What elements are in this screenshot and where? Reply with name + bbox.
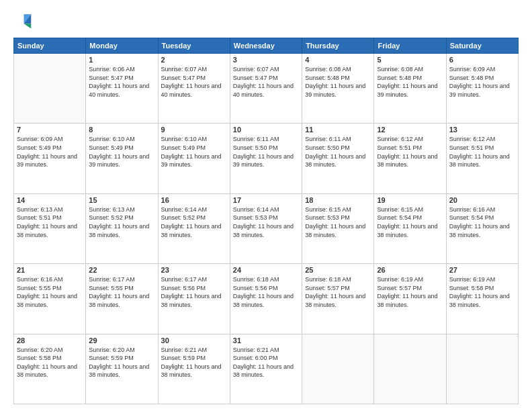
- day-info: Sunrise: 6:10 AM Sunset: 5:49 PM Dayligh…: [89, 135, 154, 169]
- sunset-label: Sunset: 5:48 PM: [449, 75, 494, 81]
- sunrise-label: Sunrise: 6:20 AM: [17, 347, 63, 353]
- daylight-label: Daylight: 11 hours and 38 minutes.: [233, 223, 294, 238]
- day-number: 6: [449, 56, 515, 64]
- weekday-header-thursday: Thursday: [302, 38, 374, 54]
- daylight-label: Daylight: 11 hours and 38 minutes.: [89, 363, 149, 379]
- sunrise-label: Sunrise: 6:11 AM: [233, 136, 279, 142]
- sunset-label: Sunset: 5:53 PM: [305, 214, 350, 221]
- day-number: 28: [17, 336, 83, 345]
- calendar-table: SundayMondayTuesdayWednesdayThursdayFrid…: [13, 38, 519, 404]
- day-info: Sunrise: 6:16 AM Sunset: 5:55 PM Dayligh…: [17, 275, 83, 309]
- day-cell: 9 Sunrise: 6:10 AM Sunset: 5:49 PM Dayli…: [158, 124, 230, 193]
- day-cell: 27 Sunrise: 6:19 AM Sunset: 5:58 PM Dayl…: [446, 264, 518, 334]
- sunrise-label: Sunrise: 6:20 AM: [89, 347, 135, 353]
- weekday-header-row: SundayMondayTuesdayWednesdayThursdayFrid…: [14, 38, 519, 54]
- sunrise-label: Sunrise: 6:11 AM: [305, 136, 351, 142]
- day-cell: 26 Sunrise: 6:19 AM Sunset: 5:57 PM Dayl…: [374, 264, 446, 334]
- sunrise-label: Sunrise: 6:13 AM: [17, 206, 63, 213]
- sunset-label: Sunset: 5:51 PM: [449, 144, 494, 151]
- sunset-label: Sunset: 5:52 PM: [161, 214, 206, 221]
- day-number: 3: [233, 56, 299, 64]
- day-info: Sunrise: 6:11 AM Sunset: 5:50 PM Dayligh…: [233, 135, 299, 169]
- day-number: 24: [233, 266, 299, 274]
- day-cell: [446, 334, 518, 404]
- day-info: Sunrise: 6:15 AM Sunset: 5:53 PM Dayligh…: [305, 205, 371, 239]
- day-cell: 19 Sunrise: 6:15 AM Sunset: 5:54 PM Dayl…: [374, 193, 446, 263]
- daylight-label: Daylight: 11 hours and 39 minutes.: [305, 83, 365, 98]
- day-cell: 14 Sunrise: 6:13 AM Sunset: 5:51 PM Dayl…: [14, 193, 86, 263]
- day-info: Sunrise: 6:17 AM Sunset: 5:56 PM Dayligh…: [161, 275, 227, 309]
- weekday-header-wednesday: Wednesday: [230, 38, 302, 54]
- day-info: Sunrise: 6:21 AM Sunset: 5:59 PM Dayligh…: [161, 346, 227, 379]
- day-cell: 25 Sunrise: 6:18 AM Sunset: 5:57 PM Dayl…: [302, 264, 374, 334]
- weekday-header-monday: Monday: [86, 38, 158, 54]
- day-info: Sunrise: 6:09 AM Sunset: 5:48 PM Dayligh…: [449, 65, 515, 99]
- daylight-label: Daylight: 11 hours and 38 minutes.: [305, 293, 365, 308]
- sunset-label: Sunset: 5:58 PM: [17, 355, 62, 361]
- sunset-label: Sunset: 5:48 PM: [305, 75, 350, 81]
- day-number: 2: [161, 56, 227, 64]
- daylight-label: Daylight: 11 hours and 39 minutes.: [161, 153, 222, 169]
- sunset-label: Sunset: 5:48 PM: [377, 75, 422, 81]
- sunset-label: Sunset: 5:54 PM: [449, 214, 494, 221]
- sunrise-label: Sunrise: 6:18 AM: [233, 276, 279, 283]
- day-cell: [374, 334, 446, 404]
- daylight-label: Daylight: 11 hours and 39 minutes.: [233, 153, 294, 169]
- day-number: 9: [161, 126, 227, 134]
- day-cell: 3 Sunrise: 6:07 AM Sunset: 5:47 PM Dayli…: [230, 54, 302, 124]
- week-row-3: 14 Sunrise: 6:13 AM Sunset: 5:51 PM Dayl…: [14, 193, 519, 263]
- sunrise-label: Sunrise: 6:06 AM: [89, 66, 135, 73]
- logo: [13, 12, 35, 31]
- sunset-label: Sunset: 5:59 PM: [89, 355, 134, 361]
- sunrise-label: Sunrise: 6:14 AM: [233, 206, 279, 213]
- week-row-4: 21 Sunrise: 6:16 AM Sunset: 5:55 PM Dayl…: [14, 264, 519, 334]
- day-info: Sunrise: 6:16 AM Sunset: 5:54 PM Dayligh…: [449, 205, 515, 239]
- sunset-label: Sunset: 5:50 PM: [305, 144, 350, 151]
- day-info: Sunrise: 6:18 AM Sunset: 5:56 PM Dayligh…: [233, 275, 299, 309]
- day-number: 15: [89, 196, 154, 204]
- sunrise-label: Sunrise: 6:15 AM: [377, 206, 423, 213]
- day-cell: 21 Sunrise: 6:16 AM Sunset: 5:55 PM Dayl…: [14, 264, 86, 334]
- sunrise-label: Sunrise: 6:07 AM: [161, 66, 208, 73]
- day-info: Sunrise: 6:15 AM Sunset: 5:54 PM Dayligh…: [377, 205, 443, 239]
- sunset-label: Sunset: 5:55 PM: [17, 285, 62, 291]
- day-number: 8: [89, 126, 154, 134]
- day-cell: 11 Sunrise: 6:11 AM Sunset: 5:50 PM Dayl…: [302, 124, 374, 193]
- day-info: Sunrise: 6:14 AM Sunset: 5:52 PM Dayligh…: [161, 205, 227, 239]
- day-info: Sunrise: 6:09 AM Sunset: 5:49 PM Dayligh…: [17, 135, 83, 169]
- day-cell: 29 Sunrise: 6:20 AM Sunset: 5:59 PM Dayl…: [86, 334, 158, 404]
- day-cell: 1 Sunrise: 6:06 AM Sunset: 5:47 PM Dayli…: [86, 54, 158, 124]
- day-number: 23: [161, 266, 227, 274]
- day-info: Sunrise: 6:12 AM Sunset: 5:51 PM Dayligh…: [377, 135, 443, 169]
- sunrise-label: Sunrise: 6:17 AM: [89, 276, 135, 283]
- day-info: Sunrise: 6:14 AM Sunset: 5:53 PM Dayligh…: [233, 205, 299, 239]
- sunset-label: Sunset: 5:56 PM: [233, 285, 278, 291]
- day-info: Sunrise: 6:08 AM Sunset: 5:48 PM Dayligh…: [305, 65, 371, 99]
- sunrise-label: Sunrise: 6:08 AM: [377, 66, 423, 73]
- daylight-label: Daylight: 11 hours and 40 minutes.: [233, 83, 294, 98]
- daylight-label: Daylight: 11 hours and 39 minutes.: [89, 153, 149, 169]
- day-number: 21: [17, 266, 83, 274]
- daylight-label: Daylight: 11 hours and 38 minutes.: [449, 223, 510, 238]
- daylight-label: Daylight: 11 hours and 38 minutes.: [161, 223, 222, 238]
- day-number: 7: [17, 126, 83, 134]
- page: SundayMondayTuesdayWednesdayThursdayFrid…: [0, 0, 532, 411]
- daylight-label: Daylight: 11 hours and 38 minutes.: [161, 363, 222, 379]
- day-cell: 6 Sunrise: 6:09 AM Sunset: 5:48 PM Dayli…: [446, 54, 518, 124]
- daylight-label: Daylight: 11 hours and 38 minutes.: [377, 223, 437, 238]
- day-info: Sunrise: 6:20 AM Sunset: 5:58 PM Dayligh…: [17, 346, 83, 379]
- daylight-label: Daylight: 11 hours and 39 minutes.: [377, 83, 437, 98]
- day-cell: 13 Sunrise: 6:12 AM Sunset: 5:51 PM Dayl…: [446, 124, 518, 193]
- daylight-label: Daylight: 11 hours and 38 minutes.: [17, 293, 77, 308]
- weekday-header-sunday: Sunday: [14, 38, 86, 54]
- day-cell: 31 Sunrise: 6:21 AM Sunset: 6:00 PM Dayl…: [230, 334, 302, 404]
- day-cell: 23 Sunrise: 6:17 AM Sunset: 5:56 PM Dayl…: [158, 264, 230, 334]
- day-cell: 15 Sunrise: 6:13 AM Sunset: 5:52 PM Dayl…: [86, 193, 158, 263]
- sunset-label: Sunset: 5:50 PM: [233, 144, 278, 151]
- day-cell: 18 Sunrise: 6:15 AM Sunset: 5:53 PM Dayl…: [302, 193, 374, 263]
- daylight-label: Daylight: 11 hours and 38 minutes.: [449, 293, 510, 308]
- day-info: Sunrise: 6:07 AM Sunset: 5:47 PM Dayligh…: [161, 65, 227, 99]
- sunset-label: Sunset: 5:54 PM: [377, 214, 422, 221]
- day-number: 17: [233, 196, 299, 204]
- day-cell: 16 Sunrise: 6:14 AM Sunset: 5:52 PM Dayl…: [158, 193, 230, 263]
